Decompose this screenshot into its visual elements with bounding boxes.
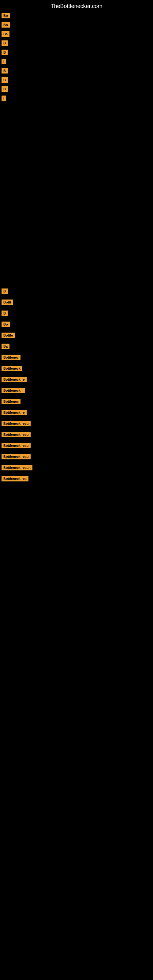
list-item: Ba bbox=[0, 29, 153, 38]
badge-label[interactable]: Bottlenec bbox=[2, 399, 21, 404]
badge-label[interactable]: Bottleneck resu bbox=[2, 454, 30, 460]
list-item: Bottle bbox=[0, 331, 153, 340]
badge-label[interactable]: I bbox=[2, 59, 6, 64]
list-item: Bottleneck result bbox=[0, 463, 153, 472]
list-item: B bbox=[0, 75, 153, 84]
list-item: Bottleneck re bbox=[0, 408, 153, 417]
badge-label[interactable]: B bbox=[2, 86, 8, 92]
list-item: Bottlenec bbox=[0, 353, 153, 362]
badge-label[interactable]: Bo bbox=[2, 321, 10, 327]
list-item: I bbox=[0, 57, 153, 66]
badge-label[interactable]: Bottl bbox=[2, 299, 13, 305]
list-item: Bo bbox=[0, 320, 153, 329]
list-item: Bottleneck r bbox=[0, 386, 153, 395]
list-item: Bottleneck bbox=[0, 364, 153, 373]
badge-label[interactable]: Bottleneck re bbox=[2, 410, 27, 415]
badge-label[interactable]: Bottleneck re bbox=[2, 377, 27, 382]
list-item: I bbox=[0, 94, 153, 103]
list-item: B bbox=[0, 38, 153, 48]
badge-label[interactable]: Bottleneck res bbox=[2, 476, 29, 481]
bottom-section: BBottlBBoBottleBaBottlenecBottleneckBott… bbox=[0, 286, 153, 485]
list-item: B bbox=[0, 84, 153, 94]
badge-label[interactable]: I bbox=[2, 95, 6, 101]
list-item: Bottleneck resu bbox=[0, 419, 153, 428]
list-item: Bo bbox=[0, 11, 153, 20]
badge-label[interactable]: B bbox=[2, 77, 8, 83]
badge-label[interactable]: B bbox=[2, 68, 8, 73]
list-item: Bottlenec bbox=[0, 397, 153, 406]
badge-label[interactable]: Bottleneck bbox=[2, 366, 22, 371]
list-item: Bo bbox=[0, 20, 153, 29]
list-item: Bottleneck re bbox=[0, 375, 153, 384]
top-section: BoBoBaBBIBBBI bbox=[0, 11, 153, 103]
badge-label[interactable]: B bbox=[2, 49, 8, 55]
badge-label[interactable]: Ba bbox=[2, 344, 10, 349]
badge-label[interactable]: Bottleneck result bbox=[2, 465, 32, 470]
list-item: B bbox=[0, 48, 153, 57]
badge-label[interactable]: Bottleneck resu bbox=[2, 443, 30, 449]
list-item: B bbox=[0, 66, 153, 75]
list-item: Bottleneck resu bbox=[0, 452, 153, 461]
list-item: Bottleneck resu bbox=[0, 430, 153, 439]
list-item: B bbox=[0, 286, 153, 296]
badge-label[interactable]: B bbox=[2, 310, 8, 316]
badge-label[interactable]: Bo bbox=[2, 22, 10, 27]
badge-label[interactable]: Bo bbox=[2, 13, 10, 18]
badge-label[interactable]: Bottle bbox=[2, 332, 15, 338]
list-item: B bbox=[0, 309, 153, 318]
badge-label[interactable]: Ba bbox=[2, 31, 10, 37]
list-item: Ba bbox=[0, 342, 153, 351]
list-item: Bottleneck res bbox=[0, 474, 153, 483]
badge-label[interactable]: Bottleneck resu bbox=[2, 432, 30, 438]
list-item: Bottl bbox=[0, 298, 153, 307]
badge-label[interactable]: B bbox=[2, 40, 8, 46]
list-item: Bottleneck resu bbox=[0, 441, 153, 450]
site-title: TheBottlenecker.com bbox=[0, 0, 153, 11]
badge-label[interactable]: Bottleneck r bbox=[2, 388, 25, 393]
site-title-container: TheBottlenecker.com bbox=[0, 0, 153, 11]
badge-label[interactable]: Bottleneck resu bbox=[2, 421, 30, 426]
badge-label[interactable]: Bottlenec bbox=[2, 355, 21, 360]
badge-label[interactable]: B bbox=[2, 288, 8, 294]
